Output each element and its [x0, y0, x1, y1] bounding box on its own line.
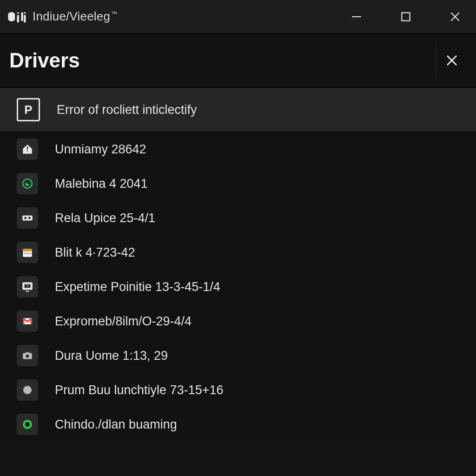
svg-rect-27: [23, 318, 24, 324]
drivers-list: P Error of rocliett inticlectify Unmiamy…: [0, 87, 476, 442]
house-alert-icon: [17, 139, 38, 160]
svg-rect-11: [27, 147, 28, 149]
panel-header: Drivers: [0, 33, 476, 87]
list-item[interactable]: Rela Upice 25-4/1: [0, 201, 476, 235]
gmail-icon: [17, 311, 38, 332]
calendar-icon: [17, 242, 38, 263]
svg-point-13: [23, 179, 32, 188]
list-item-label: Dura Uome 1:13, 29: [55, 349, 168, 363]
list-item[interactable]: Blit k 4·723-42: [0, 235, 476, 270]
app-title-text: Indiue/Vieeleg: [33, 9, 110, 24]
minimize-button[interactable]: [346, 6, 367, 27]
list-item-label: Unmiamy 28642: [55, 142, 146, 157]
svg-point-15: [24, 217, 26, 219]
dji-logo-icon: [7, 9, 28, 24]
whatsapp-icon: [17, 173, 38, 194]
list-item[interactable]: Unmiamy 28642: [0, 132, 476, 166]
app-title: Indiue/Vieeleg ™: [33, 9, 117, 24]
list-item-label: Chindo./dlan buaming: [55, 417, 177, 432]
trademark-symbol: ™: [111, 10, 117, 17]
list-item-label: Malebina 4 2041: [55, 177, 148, 191]
list-item[interactable]: ? Expetime Poinitie 13-3-45-1/4: [0, 270, 476, 304]
svg-rect-19: [25, 253, 26, 254]
close-window-button[interactable]: [444, 6, 466, 27]
svg-text:?: ?: [26, 284, 28, 288]
titlebar: Indiue/Vieeleg ™: [0, 0, 476, 33]
maximize-button[interactable]: [395, 6, 416, 27]
tape-icon: [17, 207, 38, 229]
panel-title: Drivers: [9, 49, 80, 72]
svg-rect-18: [23, 249, 32, 251]
list-item-label: Expetime Poinitie 13-3-45-1/4: [55, 280, 220, 294]
svg-rect-3: [24, 12, 26, 13]
svg-point-30: [26, 355, 29, 358]
svg-rect-14: [22, 216, 33, 221]
svg-point-16: [28, 217, 31, 219]
svg-rect-20: [27, 253, 28, 254]
list-item[interactable]: Prum Buu lunchtiyle 73-15+16: [0, 373, 476, 407]
svg-rect-12: [27, 150, 28, 151]
svg-rect-28: [31, 318, 32, 324]
list-item-label: Error of rocliett inticlectify: [57, 103, 197, 117]
svg-rect-1: [17, 15, 19, 22]
svg-rect-31: [26, 352, 29, 353]
list-item[interactable]: Expromeb/8ilm/O-29-4/4: [0, 304, 476, 338]
list-item-selected[interactable]: P Error of rocliett inticlectify: [0, 87, 476, 132]
monitor-icon: ?: [17, 276, 38, 298]
list-item[interactable]: Malebina 4 2041: [0, 166, 476, 201]
list-item-label: Rela Upice 25-4/1: [55, 211, 155, 225]
list-item-label: Blit k 4·723-42: [55, 245, 135, 260]
svg-rect-6: [402, 13, 410, 20]
svg-rect-21: [29, 253, 31, 254]
power-dot-icon: [17, 414, 38, 435]
disc-icon: [17, 379, 38, 401]
window-controls: [346, 6, 472, 27]
list-item-label: Expromeb/8ilm/O-29-4/4: [55, 314, 192, 329]
svg-rect-4: [24, 15, 26, 22]
list-item[interactable]: Dura Uome 1:13, 29: [0, 338, 476, 373]
camera-icon: [17, 345, 38, 366]
p-badge-icon: P: [17, 98, 40, 121]
list-item-label: Prum Buu lunchtiyle 73-15+16: [55, 383, 223, 397]
panel-close-button[interactable]: [436, 43, 467, 78]
svg-rect-0: [17, 12, 19, 13]
list-item[interactable]: Chindo./dlan buaming: [0, 407, 476, 442]
svg-rect-2: [21, 12, 23, 21]
